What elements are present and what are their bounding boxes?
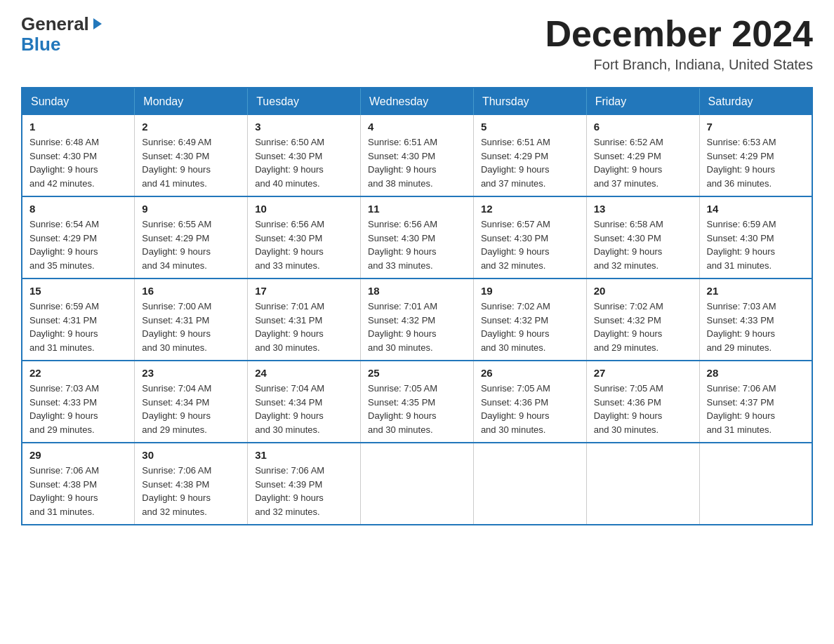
day-number: 26 bbox=[481, 367, 579, 379]
calendar-day-cell: 6 Sunrise: 6:52 AM Sunset: 4:29 PM Dayli… bbox=[586, 115, 699, 196]
day-info: Sunrise: 6:50 AM Sunset: 4:30 PM Dayligh… bbox=[255, 135, 353, 190]
weekday-header-row: Sunday Monday Tuesday Wednesday Thursday… bbox=[22, 88, 812, 115]
day-number: 6 bbox=[594, 121, 692, 133]
day-info: Sunrise: 6:52 AM Sunset: 4:29 PM Dayligh… bbox=[594, 135, 692, 190]
calendar-day-cell: 24 Sunrise: 7:04 AM Sunset: 4:34 PM Dayl… bbox=[248, 361, 361, 443]
day-number: 12 bbox=[481, 203, 579, 215]
day-info: Sunrise: 7:01 AM Sunset: 4:32 PM Dayligh… bbox=[368, 300, 466, 354]
day-info: Sunrise: 7:02 AM Sunset: 4:32 PM Dayligh… bbox=[594, 300, 692, 354]
day-info: Sunrise: 6:49 AM Sunset: 4:30 PM Dayligh… bbox=[142, 135, 240, 190]
calendar-week-row: 8 Sunrise: 6:54 AM Sunset: 4:29 PM Dayli… bbox=[22, 196, 812, 279]
day-number: 18 bbox=[368, 285, 466, 297]
location-subtitle: Fort Branch, Indiana, United States bbox=[545, 57, 813, 73]
header-saturday: Saturday bbox=[699, 88, 812, 115]
calendar-day-cell: 17 Sunrise: 7:01 AM Sunset: 4:31 PM Dayl… bbox=[248, 279, 361, 361]
day-info: Sunrise: 7:04 AM Sunset: 4:34 PM Dayligh… bbox=[142, 382, 240, 436]
day-info: Sunrise: 6:55 AM Sunset: 4:29 PM Dayligh… bbox=[142, 217, 240, 272]
calendar-day-cell bbox=[473, 443, 586, 525]
day-number: 4 bbox=[368, 121, 466, 133]
calendar-day-cell: 27 Sunrise: 7:05 AM Sunset: 4:36 PM Dayl… bbox=[586, 361, 699, 443]
day-info: Sunrise: 6:59 AM Sunset: 4:31 PM Dayligh… bbox=[29, 300, 127, 354]
day-info: Sunrise: 6:58 AM Sunset: 4:30 PM Dayligh… bbox=[594, 217, 692, 272]
calendar-day-cell: 18 Sunrise: 7:01 AM Sunset: 4:32 PM Dayl… bbox=[361, 279, 474, 361]
day-info: Sunrise: 7:06 AM Sunset: 4:37 PM Dayligh… bbox=[707, 382, 805, 436]
header-monday: Monday bbox=[135, 88, 248, 115]
calendar-day-cell: 10 Sunrise: 6:56 AM Sunset: 4:30 PM Dayl… bbox=[248, 196, 361, 279]
calendar-day-cell: 1 Sunrise: 6:48 AM Sunset: 4:30 PM Dayli… bbox=[22, 115, 135, 196]
calendar-day-cell: 30 Sunrise: 7:06 AM Sunset: 4:38 PM Dayl… bbox=[135, 443, 248, 525]
calendar-day-cell: 4 Sunrise: 6:51 AM Sunset: 4:30 PM Dayli… bbox=[361, 115, 474, 196]
day-number: 29 bbox=[29, 449, 127, 461]
day-info: Sunrise: 7:06 AM Sunset: 4:38 PM Dayligh… bbox=[142, 464, 240, 518]
day-info: Sunrise: 7:05 AM Sunset: 4:35 PM Dayligh… bbox=[368, 382, 466, 436]
calendar-day-cell: 25 Sunrise: 7:05 AM Sunset: 4:35 PM Dayl… bbox=[361, 361, 474, 443]
header-sunday: Sunday bbox=[22, 88, 135, 115]
day-number: 19 bbox=[481, 285, 579, 297]
day-info: Sunrise: 7:06 AM Sunset: 4:38 PM Dayligh… bbox=[29, 464, 127, 518]
calendar-day-cell: 19 Sunrise: 7:02 AM Sunset: 4:32 PM Dayl… bbox=[473, 279, 586, 361]
day-number: 8 bbox=[29, 203, 127, 215]
day-number: 13 bbox=[594, 203, 692, 215]
day-info: Sunrise: 6:56 AM Sunset: 4:30 PM Dayligh… bbox=[368, 217, 466, 272]
header-thursday: Thursday bbox=[473, 88, 586, 115]
calendar-day-cell: 5 Sunrise: 6:51 AM Sunset: 4:29 PM Dayli… bbox=[473, 115, 586, 196]
day-number: 30 bbox=[142, 449, 240, 461]
day-number: 11 bbox=[368, 203, 466, 215]
day-info: Sunrise: 7:00 AM Sunset: 4:31 PM Dayligh… bbox=[142, 300, 240, 354]
calendar-week-row: 22 Sunrise: 7:03 AM Sunset: 4:33 PM Dayl… bbox=[22, 361, 812, 443]
calendar-day-cell: 31 Sunrise: 7:06 AM Sunset: 4:39 PM Dayl… bbox=[248, 443, 361, 525]
calendar-table: Sunday Monday Tuesday Wednesday Thursday… bbox=[21, 87, 813, 525]
calendar-day-cell bbox=[361, 443, 474, 525]
calendar-day-cell bbox=[586, 443, 699, 525]
day-number: 14 bbox=[707, 203, 805, 215]
day-info: Sunrise: 7:01 AM Sunset: 4:31 PM Dayligh… bbox=[255, 300, 353, 354]
day-info: Sunrise: 7:02 AM Sunset: 4:32 PM Dayligh… bbox=[481, 300, 579, 354]
header-friday: Friday bbox=[586, 88, 699, 115]
day-number: 21 bbox=[707, 285, 805, 297]
calendar-day-cell: 16 Sunrise: 7:00 AM Sunset: 4:31 PM Dayl… bbox=[135, 279, 248, 361]
day-info: Sunrise: 7:06 AM Sunset: 4:39 PM Dayligh… bbox=[255, 464, 353, 518]
day-info: Sunrise: 6:51 AM Sunset: 4:29 PM Dayligh… bbox=[481, 135, 579, 190]
calendar-week-row: 29 Sunrise: 7:06 AM Sunset: 4:38 PM Dayl… bbox=[22, 443, 812, 525]
logo-triangle-icon bbox=[93, 18, 102, 29]
day-info: Sunrise: 6:51 AM Sunset: 4:30 PM Dayligh… bbox=[368, 135, 466, 190]
day-number: 28 bbox=[707, 367, 805, 379]
calendar-week-row: 15 Sunrise: 6:59 AM Sunset: 4:31 PM Dayl… bbox=[22, 279, 812, 361]
day-info: Sunrise: 6:54 AM Sunset: 4:29 PM Dayligh… bbox=[29, 217, 127, 272]
title-section: December 2024 Fort Branch, Indiana, Unit… bbox=[545, 14, 813, 73]
day-info: Sunrise: 6:48 AM Sunset: 4:30 PM Dayligh… bbox=[29, 135, 127, 190]
calendar-day-cell: 8 Sunrise: 6:54 AM Sunset: 4:29 PM Dayli… bbox=[22, 196, 135, 279]
header-tuesday: Tuesday bbox=[248, 88, 361, 115]
day-number: 22 bbox=[29, 367, 127, 379]
day-info: Sunrise: 7:03 AM Sunset: 4:33 PM Dayligh… bbox=[707, 300, 805, 354]
day-info: Sunrise: 7:05 AM Sunset: 4:36 PM Dayligh… bbox=[481, 382, 579, 436]
day-info: Sunrise: 7:05 AM Sunset: 4:36 PM Dayligh… bbox=[594, 382, 692, 436]
calendar-day-cell: 22 Sunrise: 7:03 AM Sunset: 4:33 PM Dayl… bbox=[22, 361, 135, 443]
calendar-day-cell: 9 Sunrise: 6:55 AM Sunset: 4:29 PM Dayli… bbox=[135, 196, 248, 279]
calendar-day-cell: 28 Sunrise: 7:06 AM Sunset: 4:37 PM Dayl… bbox=[699, 361, 812, 443]
page-header: General Blue December 2024 Fort Branch, … bbox=[21, 14, 813, 73]
calendar-day-cell: 20 Sunrise: 7:02 AM Sunset: 4:32 PM Dayl… bbox=[586, 279, 699, 361]
day-info: Sunrise: 7:04 AM Sunset: 4:34 PM Dayligh… bbox=[255, 382, 353, 436]
day-info: Sunrise: 6:56 AM Sunset: 4:30 PM Dayligh… bbox=[255, 217, 353, 272]
day-number: 7 bbox=[707, 121, 805, 133]
logo: General Blue bbox=[21, 14, 102, 54]
calendar-week-row: 1 Sunrise: 6:48 AM Sunset: 4:30 PM Dayli… bbox=[22, 115, 812, 196]
day-number: 24 bbox=[255, 367, 353, 379]
day-number: 31 bbox=[255, 449, 353, 461]
day-number: 3 bbox=[255, 121, 353, 133]
calendar-day-cell: 7 Sunrise: 6:53 AM Sunset: 4:29 PM Dayli… bbox=[699, 115, 812, 196]
logo-blue: Blue bbox=[21, 34, 60, 55]
day-number: 20 bbox=[594, 285, 692, 297]
day-number: 15 bbox=[29, 285, 127, 297]
calendar-day-cell: 23 Sunrise: 7:04 AM Sunset: 4:34 PM Dayl… bbox=[135, 361, 248, 443]
calendar-day-cell bbox=[699, 443, 812, 525]
calendar-day-cell: 21 Sunrise: 7:03 AM Sunset: 4:33 PM Dayl… bbox=[699, 279, 812, 361]
day-number: 27 bbox=[594, 367, 692, 379]
day-number: 5 bbox=[481, 121, 579, 133]
day-number: 2 bbox=[142, 121, 240, 133]
day-number: 25 bbox=[368, 367, 466, 379]
calendar-day-cell: 3 Sunrise: 6:50 AM Sunset: 4:30 PM Dayli… bbox=[248, 115, 361, 196]
day-info: Sunrise: 6:53 AM Sunset: 4:29 PM Dayligh… bbox=[707, 135, 805, 190]
calendar-day-cell: 15 Sunrise: 6:59 AM Sunset: 4:31 PM Dayl… bbox=[22, 279, 135, 361]
